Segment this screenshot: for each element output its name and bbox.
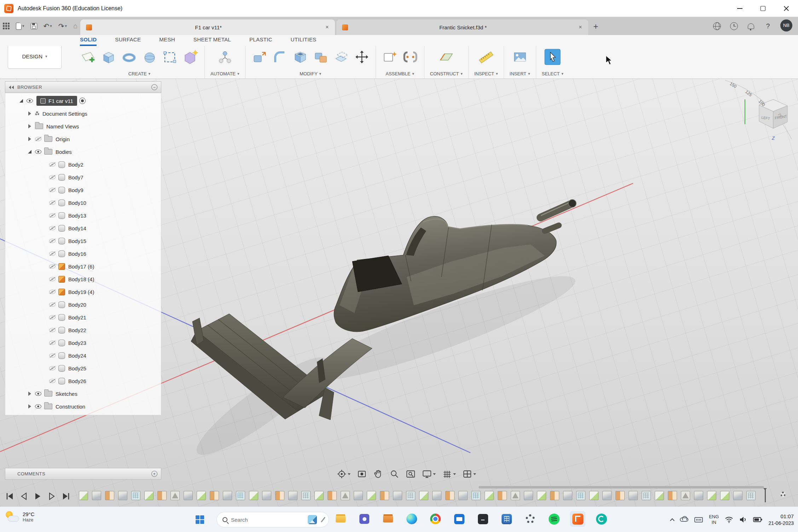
timeline-feature-icon[interactable]: [314, 491, 324, 500]
job-status-button[interactable]: [729, 22, 739, 31]
clock-widget[interactable]: 01:07 21-06-2023: [768, 513, 794, 526]
start-button[interactable]: [193, 513, 207, 527]
timeline-feature-icon[interactable]: [210, 491, 219, 500]
create-sketch-icon[interactable]: [80, 49, 96, 65]
new-component-icon[interactable]: [382, 49, 398, 65]
visibility-eye-icon[interactable]: [48, 364, 57, 372]
viewports-button[interactable]: [462, 469, 476, 479]
visibility-eye-icon[interactable]: [48, 224, 57, 232]
move-icon[interactable]: [354, 49, 370, 65]
combine-icon[interactable]: [313, 49, 329, 65]
redo-button[interactable]: ↷▾: [58, 22, 67, 30]
camtasia-icon[interactable]: [594, 511, 609, 527]
timeline-feature-icon[interactable]: [615, 491, 625, 500]
ribbon-tab[interactable]: MESH: [159, 36, 175, 46]
search-input[interactable]: [231, 517, 304, 523]
skip-to-end-button[interactable]: [62, 492, 71, 501]
minimize-button[interactable]: [728, 0, 751, 17]
tree-row-root[interactable]: F1 car v11: [5, 94, 161, 107]
create-part-icon[interactable]: [183, 49, 199, 65]
visibility-eye-icon[interactable]: [48, 173, 57, 181]
root-document-node[interactable]: F1 car v11: [36, 96, 77, 106]
collapse-all-icon[interactable]: −: [151, 84, 157, 90]
timeline-feature-icon[interactable]: [707, 491, 716, 500]
timeline-feature-icon[interactable]: [589, 491, 598, 500]
tree-row[interactable]: Body23: [5, 336, 161, 349]
timeline-feature-icon[interactable]: [184, 491, 193, 500]
ribbon-tab[interactable]: UTILITIES: [291, 36, 317, 46]
timeline-feature-icon[interactable]: [458, 491, 468, 500]
teams-icon[interactable]: [357, 511, 372, 527]
save-button[interactable]: [31, 23, 37, 29]
ribbon-tab[interactable]: SOLID: [80, 36, 97, 46]
timeline-feature-icon[interactable]: [472, 491, 481, 500]
tree-row[interactable]: Body24: [5, 349, 161, 362]
tree-row[interactable]: Body15: [5, 235, 161, 247]
timeline-feature-icon[interactable]: [655, 491, 664, 500]
timeline-feature-icon[interactable]: [288, 491, 297, 500]
new-document-button[interactable]: +: [593, 22, 598, 31]
tree-row[interactable]: Body18 (4): [5, 273, 161, 285]
timeline-feature-icon[interactable]: [498, 491, 507, 500]
document-tab-f1-car[interactable]: F1 car v11* ×: [80, 19, 335, 35]
timeline-feature-icon[interactable]: [642, 491, 651, 500]
timeline-feature-icon[interactable]: [733, 491, 742, 500]
wifi-icon[interactable]: [725, 516, 733, 523]
timeline-feature-icon[interactable]: [432, 491, 441, 500]
tray-overflow-chevron-icon[interactable]: [670, 518, 675, 523]
timeline-feature-icon[interactable]: [419, 491, 428, 500]
workspace-selector[interactable]: DESIGN ▾: [8, 44, 62, 69]
skip-to-start-button[interactable]: [5, 492, 14, 501]
insert-group-label[interactable]: INSERT▾: [510, 71, 530, 76]
timeline-feature-icon[interactable]: [563, 491, 572, 500]
timeline-feature-icon[interactable]: [92, 491, 101, 500]
visibility-eye-icon[interactable]: [48, 262, 57, 270]
visibility-eye-icon[interactable]: [48, 339, 57, 347]
close-tab-icon[interactable]: ×: [325, 24, 329, 30]
tree-row[interactable]: Construction: [5, 400, 161, 413]
view-cube[interactable]: LEFT FRONT 150 125 100 75 Z: [725, 80, 792, 141]
sphere-icon[interactable]: [141, 49, 158, 65]
tree-row[interactable]: Document Settings: [5, 107, 161, 120]
ribbon-tab[interactable]: PLASTIC: [249, 36, 272, 46]
weather-widget[interactable]: 29°C Haze: [5, 510, 35, 523]
browser-header[interactable]: BROWSER −: [5, 81, 161, 93]
taskbar-search[interactable]: [216, 512, 329, 527]
timeline-feature-icon[interactable]: [602, 491, 612, 500]
tree-row[interactable]: Body2: [5, 158, 161, 171]
visibility-eye-icon[interactable]: [48, 313, 57, 321]
caret-icon[interactable]: [26, 111, 34, 116]
timeline-feature-icon[interactable]: [354, 491, 363, 500]
visibility-eye-icon[interactable]: [48, 301, 57, 308]
caret-icon[interactable]: [26, 124, 34, 128]
timeline-feature-icon[interactable]: [367, 491, 376, 500]
grid-settings-button[interactable]: [442, 469, 456, 479]
offset-face-icon[interactable]: [333, 49, 349, 65]
battery-icon[interactable]: [753, 517, 762, 522]
caret-icon[interactable]: [26, 404, 34, 409]
tree-row[interactable]: Body17 (6): [5, 260, 161, 273]
undo-button[interactable]: ↶▾: [44, 22, 52, 30]
timeline-feature-icon[interactable]: [393, 491, 402, 500]
tree-row[interactable]: Body16: [5, 247, 161, 260]
user-avatar[interactable]: NB: [780, 19, 792, 31]
timeline-settings-gear-icon[interactable]: [780, 492, 786, 497]
construction-plane-icon[interactable]: [438, 49, 455, 65]
visibility-eye-icon[interactable]: [48, 237, 57, 245]
step-forward-button[interactable]: [47, 492, 57, 501]
document-tab-frantic-snicket[interactable]: Frantic Snicket.f3d * ×: [336, 19, 588, 35]
tree-row[interactable]: Named Views: [5, 120, 161, 133]
timeline-feature-icon[interactable]: [328, 491, 337, 500]
select-group-label[interactable]: SELECT▾: [542, 71, 563, 76]
tree-row[interactable]: Body10: [5, 196, 161, 209]
notifications-button[interactable]: [746, 22, 756, 31]
timeline-feature-icon[interactable]: [79, 491, 88, 500]
visibility-eye-icon[interactable]: [48, 212, 57, 219]
visibility-eye-icon[interactable]: [34, 390, 43, 398]
fit-button[interactable]: [406, 469, 416, 479]
fusion-360-icon[interactable]: [570, 511, 585, 527]
pattern-icon[interactable]: [162, 49, 178, 65]
visibility-eye-icon[interactable]: [48, 288, 57, 296]
timeline-feature-icon[interactable]: [511, 491, 520, 500]
caret-icon[interactable]: [17, 99, 25, 103]
